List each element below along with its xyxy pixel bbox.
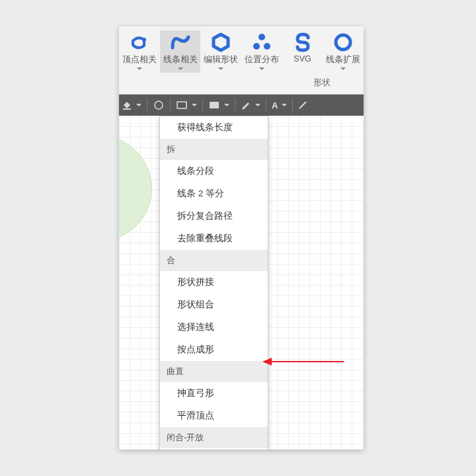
- menu-item-points-to-shape[interactable]: 按点成形: [160, 338, 268, 361]
- menu-item-segment[interactable]: 线条分段: [160, 160, 268, 182]
- svg-rect-9: [210, 102, 219, 108]
- svg-point-7: [155, 101, 163, 109]
- svg-point-3: [253, 43, 260, 50]
- menu-header-curve: 曲直: [160, 361, 268, 382]
- ribbon-label: SVG: [294, 54, 311, 63]
- menu-item-select-connect[interactable]: 选择连线: [160, 316, 268, 338]
- ribbon-line-ext[interactable]: 线条扩展: [323, 30, 364, 73]
- menu-item-bisect[interactable]: 线条 2 等分: [160, 182, 268, 205]
- ribbon-label: 顶点相关: [122, 55, 157, 64]
- ribbon-line[interactable]: 线条相关: [160, 30, 201, 73]
- distribute-icon: [251, 32, 272, 53]
- chevron-down-icon: [218, 67, 223, 70]
- hexagon-icon: [210, 32, 231, 53]
- ribbon-distribute[interactable]: 位置分布: [241, 30, 282, 73]
- ribbon-svg[interactable]: SVG: [282, 30, 323, 73]
- svg-point-4: [264, 43, 270, 50]
- ribbon-vertex[interactable]: 顶点相关: [119, 30, 160, 73]
- ribbon-label: 线条相关: [163, 55, 198, 64]
- menu-item-shape-combine[interactable]: 形状组合: [160, 294, 268, 316]
- chevron-down-icon: [178, 67, 183, 70]
- circle-outline-icon[interactable]: [153, 99, 165, 111]
- pencil-icon[interactable]: [241, 100, 251, 110]
- font-letter-icon[interactable]: A: [272, 100, 278, 110]
- menu-header-merge: 合: [160, 250, 268, 271]
- menu-item-shape-join[interactable]: 形状拼接: [160, 271, 268, 294]
- fill-rect-icon[interactable]: [208, 100, 220, 110]
- vertex-icon: [129, 32, 150, 53]
- menu-item-straighten-arc[interactable]: 抻直弓形: [160, 382, 268, 405]
- chevron-down-icon: [137, 67, 142, 70]
- rectangle-icon[interactable]: [176, 100, 188, 110]
- app-window: 顶点相关 线条相关 编辑形状 位置分布 SVG 线条扩展 形状: [119, 26, 364, 450]
- chevron-down-icon: [259, 67, 264, 70]
- ribbon-label: 线条扩展: [326, 55, 360, 64]
- drawing-canvas[interactable]: 获得线条长度 拆 线条分段 线条 2 等分 拆分复合路径 去除重叠线段 合 形状…: [119, 116, 364, 450]
- format-toolbar: A: [119, 95, 364, 116]
- line-icon[interactable]: [298, 100, 307, 110]
- ribbon-label: 编辑形状: [204, 55, 238, 64]
- svg-marker-1: [214, 34, 228, 50]
- s-icon: [292, 32, 313, 53]
- svg-point-5: [336, 35, 350, 50]
- line-related-menu: 获得线条长度 拆 线条分段 线条 2 等分 拆分复合路径 去除重叠线段 合 形状…: [159, 116, 268, 450]
- ellipse-shape[interactable]: [119, 136, 152, 241]
- chevron-down-icon[interactable]: [255, 104, 260, 106]
- menu-item-get-length[interactable]: 获得线条长度: [160, 116, 268, 139]
- svg-rect-6: [123, 108, 131, 110]
- menu-item-remove-overlap[interactable]: 去除重叠线段: [160, 227, 268, 250]
- ribbon: 顶点相关 线条相关 编辑形状 位置分布 SVG 线条扩展: [119, 26, 364, 73]
- menu-item-split-compound[interactable]: 拆分复合路径: [160, 205, 268, 227]
- menu-item-smooth-vertex[interactable]: 平滑顶点: [160, 405, 268, 427]
- menu-item-close-path[interactable]: 闭合路径: [160, 448, 268, 450]
- ribbon-label: 位置分布: [245, 55, 279, 64]
- chevron-down-icon[interactable]: [192, 104, 197, 106]
- svg-line-10: [299, 102, 306, 108]
- menu-header-split: 拆: [160, 139, 268, 160]
- svg-point-2: [258, 34, 265, 40]
- curve-icon: [170, 32, 191, 53]
- ribbon-edit-shape[interactable]: 编辑形状: [200, 30, 241, 73]
- svg-rect-8: [177, 102, 186, 108]
- chevron-down-icon[interactable]: [282, 104, 287, 106]
- menu-header-openclose: 闭合-开放: [160, 427, 268, 448]
- chevron-down-icon[interactable]: [136, 104, 141, 106]
- ribbon-group-label: 形状: [119, 73, 364, 95]
- chevron-down-icon[interactable]: [224, 104, 229, 106]
- chevron-down-icon: [340, 67, 346, 70]
- paint-bucket-icon[interactable]: [122, 100, 132, 110]
- svg-point-0: [142, 38, 146, 42]
- circle-icon: [333, 32, 354, 53]
